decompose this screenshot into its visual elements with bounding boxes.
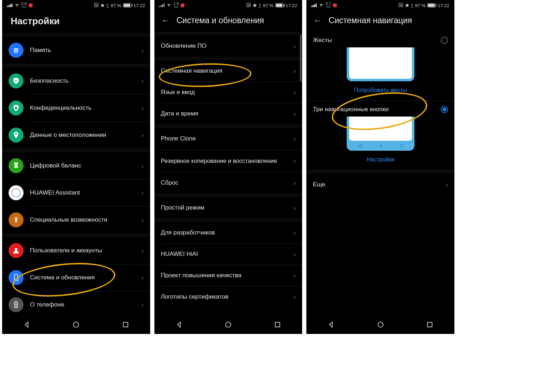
option-gestures[interactable]: Жесты Попробовать жесты	[306, 32, 454, 101]
list-item[interactable]: Дата и время ›	[154, 103, 302, 124]
nav-recents-button[interactable]	[274, 321, 281, 329]
option-three-buttons[interactable]: Три навигационные кнопки ◁○□ Настройки	[306, 101, 454, 170]
nfc-icon: N	[94, 2, 99, 9]
android-nav-bar	[2, 315, 150, 334]
phone-gear-icon	[9, 270, 24, 285]
bluetooth-icon: ✱	[405, 3, 409, 8]
list-item[interactable]: Логотипы сертификатов ›	[154, 286, 302, 308]
svg-rect-3	[14, 50, 19, 51]
list-item[interactable]: Сброс ›	[154, 172, 302, 194]
vibrate-icon: ▯	[259, 3, 261, 8]
svg-rect-10	[16, 304, 16, 306]
svg-rect-16	[275, 323, 280, 327]
bluetooth-icon: ✱	[253, 3, 257, 8]
list-item[interactable]: Обновление ПО ›	[154, 35, 302, 57]
settings-item-users[interactable]: Пользователи и аккаунты ›	[2, 237, 150, 264]
nfc-icon: N	[398, 2, 403, 9]
settings-item-privacy[interactable]: Конфиденциальность ›	[2, 94, 150, 122]
nav-recents-button[interactable]	[122, 321, 129, 329]
chevron-right-icon: ›	[141, 247, 144, 255]
settings-item-about[interactable]: О телефоне ›	[2, 291, 150, 318]
user-icon	[9, 243, 24, 258]
nav-home-button[interactable]	[72, 321, 80, 329]
page-title: Системная навигация	[328, 16, 412, 25]
chevron-right-icon: ›	[294, 250, 296, 258]
nav-home-button[interactable]	[224, 321, 232, 329]
signal-icon	[7, 4, 12, 7]
chevron-right-icon: ›	[294, 135, 296, 143]
list-item[interactable]: Для разработчиков ›	[154, 222, 302, 243]
hand-icon	[9, 212, 24, 227]
option-label: Жесты	[313, 37, 332, 44]
svg-rect-9	[16, 303, 16, 304]
settings-item-huawei-assistant[interactable]: HUAWEI Assistant ›	[2, 179, 150, 206]
page-header: ← Системная навигация	[306, 11, 454, 32]
chevron-right-icon: ›	[294, 110, 296, 118]
three-button-settings-link[interactable]: Настройки	[366, 156, 394, 163]
svg-rect-12	[123, 323, 128, 327]
android-nav-bar	[154, 315, 302, 334]
back-button[interactable]: ←	[314, 16, 323, 25]
settings-item-digital-balance[interactable]: Цифровой баланс ›	[2, 152, 150, 179]
settings-item-security[interactable]: Безопасность ›	[2, 67, 150, 94]
battery-pct: 87 %	[111, 3, 121, 8]
nav-back-button[interactable]	[175, 321, 183, 329]
page-title: Настройки	[2, 11, 150, 33]
svg-point-5	[15, 248, 17, 251]
shield-lock-icon	[9, 100, 24, 115]
svg-rect-20	[427, 323, 432, 327]
chevron-right-icon: ›	[294, 157, 296, 165]
hourglass-icon	[9, 158, 24, 173]
settings-item-location[interactable]: Данные о местоположении ›	[2, 122, 150, 149]
chevron-right-icon: ›	[294, 67, 296, 75]
vibrate-icon: ▯	[106, 3, 109, 8]
svg-point-19	[378, 322, 383, 327]
chevron-right-icon: ›	[141, 189, 144, 197]
svg-point-15	[226, 322, 231, 327]
chevron-right-icon: ›	[294, 204, 296, 212]
list-item[interactable]: Простой режим ›	[154, 197, 302, 218]
about-phone-icon	[9, 297, 24, 312]
settings-item-memory[interactable]: Память ›	[2, 37, 150, 64]
chevron-right-icon: ›	[141, 104, 144, 112]
radio-unchecked-icon[interactable]	[441, 37, 448, 44]
nav-recents-button[interactable]	[426, 321, 434, 329]
nav-home-button[interactable]	[377, 321, 384, 329]
chevron-right-icon: ›	[141, 301, 144, 309]
settings-item-accessibility[interactable]: Специальные возможности ›	[2, 206, 150, 233]
list-item[interactable]: Проект повышения качества ›	[154, 265, 302, 286]
vibrate-icon: ▯	[411, 3, 413, 8]
list-item[interactable]: Резервное копирование и восстановление ›	[154, 149, 302, 172]
chevron-right-icon: ›	[294, 88, 296, 97]
nav-back-button[interactable]	[327, 321, 335, 329]
try-gestures-link[interactable]: Попробовать жесты	[354, 87, 407, 93]
list-item[interactable]: HUAWEI HiAI ›	[154, 243, 302, 265]
battery-icon	[275, 3, 284, 7]
net-speed: 5,6	[21, 2, 27, 5]
svg-text:N: N	[96, 4, 97, 6]
bluetooth-icon: ✱	[101, 3, 105, 8]
radio-checked-icon[interactable]	[441, 106, 448, 113]
svg-rect-4	[14, 52, 19, 53]
list-item-more[interactable]: Еще ›	[306, 174, 454, 195]
battery-icon	[123, 3, 132, 7]
list-item[interactable]: Язык и ввод ›	[154, 82, 302, 103]
list-item[interactable]: Phone Clone ›	[154, 128, 302, 149]
signal-icon	[159, 4, 165, 7]
chevron-right-icon: ›	[141, 131, 144, 139]
nav-back-button[interactable]	[23, 321, 31, 329]
chevron-right-icon: ›	[294, 42, 296, 50]
chevron-right-icon: ›	[294, 293, 296, 301]
svg-point-11	[73, 322, 79, 327]
svg-point-7	[16, 279, 18, 281]
chevron-right-icon: ›	[294, 272, 296, 280]
chevron-right-icon: ›	[294, 229, 296, 237]
svg-text:N: N	[400, 4, 402, 6]
alert-dot-icon	[29, 3, 33, 7]
list-item-system-navigation[interactable]: Системная навигация ›	[154, 60, 302, 82]
chevron-right-icon: ›	[141, 216, 144, 224]
status-bar: 1,9K/s N ✱ ▯ 87 % 17:22	[154, 0, 302, 11]
alert-dot-icon	[180, 3, 185, 7]
back-button[interactable]: ←	[162, 16, 171, 25]
settings-item-system-updates[interactable]: Система и обновления ›	[2, 264, 150, 291]
